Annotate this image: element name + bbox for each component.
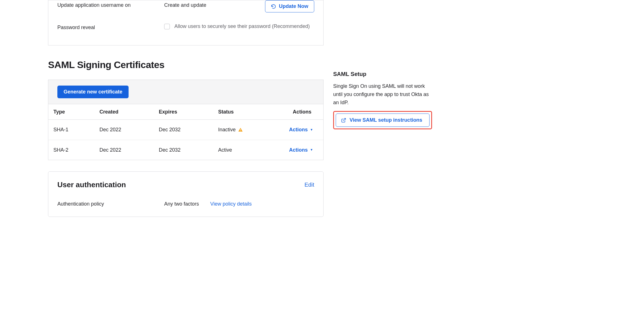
cell-status: Inactive (214, 120, 265, 140)
chevron-down-icon: ▼ (310, 148, 313, 152)
password-reveal-row: Password reveal Allow users to securely … (57, 18, 314, 36)
col-expires: Expires (154, 104, 214, 120)
warning-icon (238, 127, 243, 132)
cell-created: Dec 2022 (95, 120, 154, 140)
status-text: Inactive (218, 126, 236, 133)
cell-expires: Dec 2032 (154, 120, 214, 140)
view-policy-link[interactable]: View policy details (210, 200, 252, 208)
cell-actions: Actions ▼ (265, 120, 323, 140)
saml-certificates-heading: SAML Signing Certificates (48, 58, 324, 72)
password-reveal-checkbox-label: Allow users to securely see their passwo… (174, 23, 310, 30)
table-row: SHA-2 Dec 2022 Dec 2032 Active Actions ▼ (48, 140, 323, 160)
saml-setup-heading: SAML Setup (333, 70, 435, 78)
svg-rect-1 (240, 130, 241, 131)
cell-type: SHA-2 (48, 140, 95, 160)
col-created: Created (95, 104, 154, 120)
edit-link[interactable]: Edit (305, 181, 314, 189)
username-update-value: Create and update (164, 0, 206, 9)
actions-label: Actions (289, 126, 308, 133)
certificates-card: Generate new certificate Type Created Ex… (48, 80, 324, 160)
credentials-card: Update application username on Create an… (48, 0, 324, 45)
table-header-row: Type Created Expires Status Actions (48, 104, 323, 120)
username-update-row: Update application username on Create an… (57, 0, 314, 18)
external-link-icon (341, 118, 346, 123)
update-now-button[interactable]: Update Now (265, 0, 314, 12)
view-saml-instructions-button[interactable]: View SAML setup instructions (336, 114, 430, 127)
generate-certificate-button[interactable]: Generate new certificate (57, 86, 129, 98)
col-status: Status (214, 104, 265, 120)
password-reveal-checkbox[interactable] (164, 24, 170, 29)
auth-policy-value: Any two factors (164, 200, 199, 208)
status-text: Active (218, 146, 232, 154)
user-authentication-card: User authentication Edit Authentication … (48, 171, 324, 217)
actions-dropdown[interactable]: Actions ▼ (289, 146, 313, 154)
col-type: Type (48, 104, 95, 120)
refresh-icon (271, 4, 276, 9)
svg-line-2 (343, 118, 346, 121)
table-row: SHA-1 Dec 2022 Dec 2032 Inactive (48, 120, 323, 140)
actions-label: Actions (289, 146, 308, 154)
highlight-box: View SAML setup instructions (333, 111, 432, 129)
view-saml-instructions-label: View SAML setup instructions (350, 117, 422, 123)
cell-created: Dec 2022 (95, 140, 154, 160)
chevron-down-icon: ▼ (310, 128, 313, 132)
actions-dropdown[interactable]: Actions ▼ (289, 126, 313, 133)
cell-actions: Actions ▼ (265, 140, 323, 160)
user-auth-title: User authentication (57, 180, 126, 190)
update-now-label: Update Now (279, 3, 308, 9)
cell-type: SHA-1 (48, 120, 95, 140)
col-actions: Actions (265, 104, 323, 120)
password-reveal-label: Password reveal (57, 23, 164, 31)
saml-setup-sidebar: SAML Setup Single Sign On using SAML wil… (333, 70, 435, 217)
cell-status: Active (214, 140, 265, 160)
certificates-toolbar: Generate new certificate (48, 80, 323, 104)
saml-setup-text: Single Sign On using SAML will not work … (333, 82, 435, 106)
cell-expires: Dec 2032 (154, 140, 214, 160)
username-update-label: Update application username on (57, 0, 164, 9)
auth-policy-row: Authentication policy Any two factors Vi… (57, 200, 314, 208)
certificates-table: Type Created Expires Status Actions SHA-… (48, 104, 323, 160)
svg-rect-0 (240, 129, 241, 130)
auth-policy-label: Authentication policy (57, 200, 164, 208)
